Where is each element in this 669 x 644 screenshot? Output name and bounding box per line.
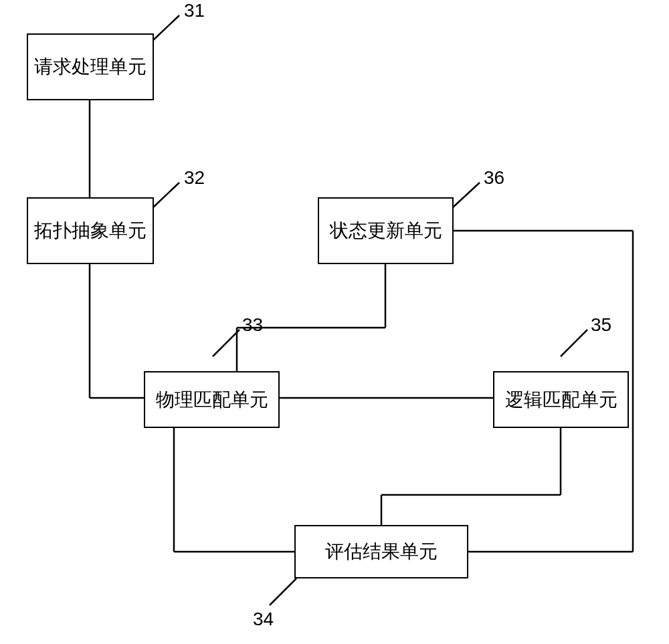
ref-number-32: 32 <box>184 167 205 189</box>
box-logical-matching: 逻辑匹配单元 <box>493 371 629 428</box>
svg-line-5 <box>270 578 296 605</box>
box-label: 物理匹配单元 <box>156 389 268 411</box>
svg-line-0 <box>153 15 179 40</box>
svg-line-4 <box>453 183 480 207</box>
box-label: 评估结果单元 <box>325 540 438 563</box>
ref-number-36: 36 <box>484 167 504 189</box>
box-label: 拓扑抽象单元 <box>34 219 147 242</box>
ref-number-35: 35 <box>591 314 611 336</box>
box-label: 请求处理单元 <box>34 56 147 78</box>
box-label: 逻辑匹配单元 <box>505 389 617 411</box>
diagram-canvas: 请求处理单元 31 拓扑抽象单元 32 状态更新单元 36 物理匹配单元 33 … <box>0 0 669 644</box>
box-state-update: 状态更新单元 <box>318 197 454 264</box>
svg-line-3 <box>561 330 587 356</box>
box-physical-matching: 物理匹配单元 <box>144 371 280 428</box>
box-label: 状态更新单元 <box>330 219 442 242</box>
svg-line-2 <box>213 330 240 356</box>
svg-line-1 <box>153 183 179 207</box>
ref-number-34: 34 <box>253 609 274 630</box>
box-topology-abstraction: 拓扑抽象单元 <box>27 197 154 264</box>
ref-number-33: 33 <box>242 314 263 336</box>
box-evaluation-result: 评估结果单元 <box>294 525 468 578</box>
ref-number-31: 31 <box>184 0 205 21</box>
box-request-processing: 请求处理单元 <box>27 33 154 100</box>
